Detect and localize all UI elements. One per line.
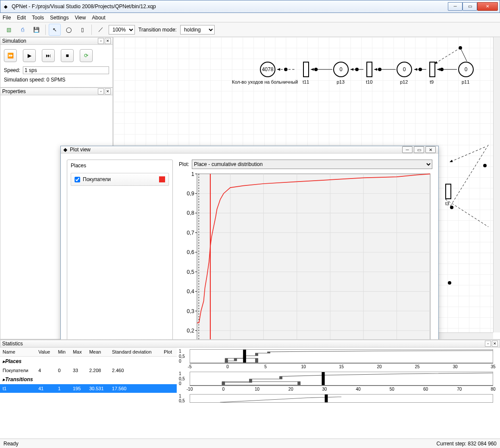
arc-dot [355,68,359,71]
col-mean[interactable]: Mean [87,348,109,357]
status-ready: Ready [3,441,19,447]
col-max[interactable]: Max [70,348,87,357]
speed-input[interactable] [23,66,109,74]
statistics-panel: Name Value Min Max Mean Standard deviati… [0,348,500,439]
statusbar: Ready Current step: 832 084 960 [0,439,500,448]
arc-dot [284,68,288,71]
plot-icon: ◆ [63,147,67,153]
statistics-title: Statistics [2,341,23,347]
arc-dot [314,68,318,71]
svg-text:0,5: 0,5 [187,269,194,275]
svg-text:0,9: 0,9 [187,191,194,197]
svg-rect-11 [197,174,430,339]
menubar: File Edit Tools Settings View About [0,13,500,22]
menu-edit[interactable]: Edit [17,15,26,21]
menu-tools[interactable]: Tools [32,15,44,21]
transition-node[interactable] [303,62,309,77]
properties-panel-header: Properties ▫ ✕ [0,88,113,95]
svg-text:0,3: 0,3 [187,308,194,314]
place-node[interactable]: 0 [333,62,349,77]
svg-text:1: 1 [191,172,194,177]
menu-file[interactable]: File [3,15,11,21]
arc-dot [459,46,462,50]
transition-node[interactable] [429,62,435,77]
table-row[interactable]: t141 1195 30.53117.560 [0,384,177,393]
mode-select[interactable]: holding [180,25,215,34]
arc-dot [378,68,381,71]
play-button[interactable]: ▶ [23,49,36,62]
col-sd[interactable]: Standard deviation [109,348,161,357]
print-button[interactable]: ⎙ [16,24,28,36]
series-label: Покупатели [83,176,111,182]
transition-label: t9 [430,79,434,85]
close-panel-button[interactable]: ✕ [105,88,111,94]
close-button[interactable]: ✕ [425,146,436,153]
svg-text:0,4: 0,4 [187,288,194,294]
maximize-button[interactable]: ▭ [462,2,477,11]
transition-tool[interactable]: ▯ [76,24,88,36]
transition-node[interactable] [366,62,372,77]
separator [91,25,92,35]
svg-text:0,7: 0,7 [187,230,194,236]
window-titlebar: ◆ QPNet - F:/projs/Visual Studio 2008/Pr… [0,0,500,13]
dock-button[interactable]: ▫ [98,88,104,94]
minimize-button[interactable]: ─ [448,2,462,11]
series-checkbox[interactable] [75,177,80,182]
refresh-button[interactable]: ⟳ [80,49,93,62]
pointer-tool[interactable]: ↖ [49,24,61,36]
close-button[interactable]: ✕ [477,2,498,11]
mini-plot-transitions: 10,50 [190,372,493,385]
svg-rect-72 [226,358,256,363]
plot-series-item[interactable]: Покупатели [71,173,169,186]
maximize-button[interactable]: ▭ [414,146,424,153]
dock-button[interactable]: ▫ [98,38,104,44]
col-plot[interactable]: Plot [161,348,177,357]
floppy-icon: 💾 [33,27,40,33]
vertical-scrollbar[interactable] [493,37,500,332]
step-button[interactable]: ⏭ [42,49,55,62]
arc-dot [448,281,451,285]
transition-node[interactable] [445,184,451,199]
plot-type-select[interactable]: Place - cumulative distribution [192,160,432,169]
place-tool[interactable]: ◯ [62,24,75,36]
zoom-select[interactable]: 100% [109,25,135,34]
speed-label: Speed: [4,67,20,73]
table-row[interactable]: Покупатели4 033 2.2082.460 [0,366,177,375]
play-fast-button[interactable]: ⏩ [4,49,17,62]
col-min[interactable]: Min [55,348,70,357]
arc-dot [483,164,487,167]
separator [45,25,46,35]
place-label: p13 [337,79,344,85]
new-button[interactable]: ▧ [3,24,15,36]
plot-view-titlebar[interactable]: ◆ Plot view ─ ▭ ✕ [61,146,438,154]
menu-view[interactable]: View [75,15,86,21]
plot-places-label: Places [71,163,169,169]
close-panel-button[interactable]: ✕ [105,38,111,44]
dock-button[interactable]: ▫ [485,341,491,347]
mini-plot-places: 10,50 [190,349,493,363]
circle-icon: ◯ [66,27,72,33]
col-name[interactable]: Name [0,348,36,357]
properties-title: Properties [2,88,26,94]
mini-axis: -1001020304050607080 [190,385,493,392]
play-double-icon: ⏩ [7,53,14,59]
play-icon: ▶ [28,53,31,59]
arc-tool[interactable]: ／ [95,24,107,36]
status-step: Current step: 832 084 960 [437,441,497,447]
line-icon: ／ [98,26,103,33]
place-node[interactable]: 0 [397,62,412,77]
col-value[interactable]: Value [36,348,56,357]
statistics-panel-header: Statistics ▫ ✕ [0,340,500,348]
toolbar: ▧ ⎙ 💾 ↖ ◯ ▯ ／ 100% Transition mode: hold… [0,22,500,37]
place-label: p12 [400,79,408,85]
menu-about[interactable]: About [92,15,105,21]
menu-settings[interactable]: Settings [50,15,69,21]
new-icon: ▧ [6,27,11,33]
close-panel-button[interactable]: ✕ [492,341,498,347]
place-node[interactable]: 4078 [260,62,275,77]
minimize-button[interactable]: ─ [402,146,412,153]
stop-button[interactable]: ■ [61,49,74,62]
pointer-icon: ↖ [53,27,57,33]
place-node[interactable]: 0 [458,62,474,77]
save-button[interactable]: 💾 [30,24,42,36]
